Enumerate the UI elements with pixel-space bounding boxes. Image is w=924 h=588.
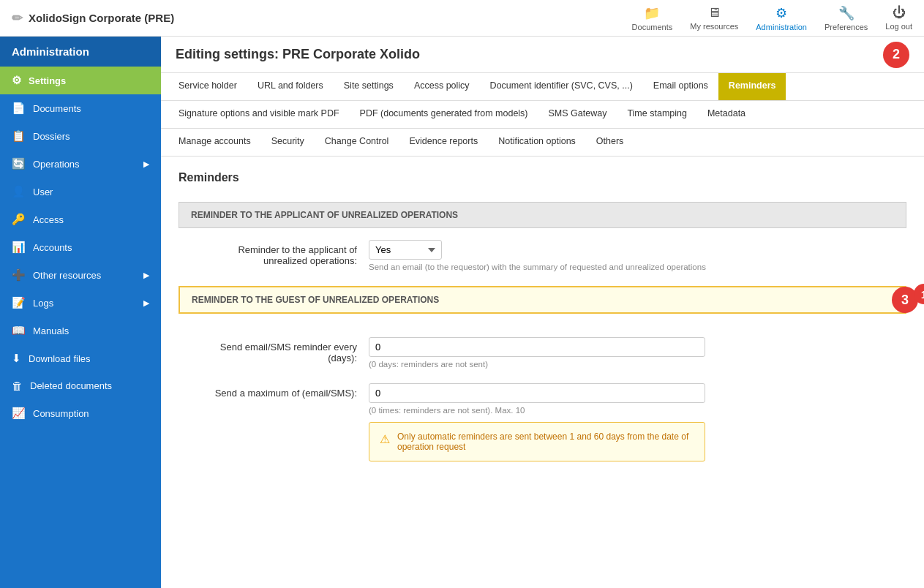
field1-select[interactable]: Yes No bbox=[369, 240, 442, 260]
settings-icon: ⚙ bbox=[12, 74, 21, 87]
field3-input[interactable] bbox=[369, 383, 705, 403]
sidebar-item-download-label: Download files bbox=[29, 353, 91, 364]
deleted-icon: 🗑 bbox=[12, 380, 23, 392]
field1-label: Reminder to the applicant of unrealized … bbox=[193, 240, 369, 266]
sidebar-item-accounts[interactable]: 📊 Accounts bbox=[0, 233, 161, 261]
tab-reminders[interactable]: Reminders bbox=[718, 73, 786, 100]
operations-icon: 🔄 bbox=[12, 157, 26, 170]
reminders-content: Reminders REMINDER TO THE APPLICANT OF U… bbox=[161, 157, 924, 491]
field2-control: (0 days: reminders are not sent) bbox=[369, 337, 906, 369]
sidebar-item-dossiers-label: Dossiers bbox=[33, 131, 70, 142]
download-icon: ⬇ bbox=[12, 352, 21, 365]
tab-metadata[interactable]: Metadata bbox=[697, 101, 756, 128]
tab-time-stamping[interactable]: Time stamping bbox=[617, 101, 697, 128]
topbar-documents[interactable]: 📁 Documents bbox=[632, 5, 673, 31]
tab-change-control[interactable]: Change Control bbox=[315, 129, 399, 156]
sidebar-item-logs[interactable]: 📝 Logs ▶ bbox=[0, 289, 161, 317]
tab-evidence-reports[interactable]: Evidence reports bbox=[399, 129, 488, 156]
main-content: Editing settings: PRE Corporate Xolido 2… bbox=[161, 37, 924, 588]
tab-site-settings[interactable]: Site settings bbox=[334, 73, 404, 100]
sidebar-item-dossiers[interactable]: 📋 Dossiers bbox=[0, 122, 161, 150]
sidebar-item-deleted-label: Deleted documents bbox=[30, 380, 112, 391]
tabs-row-2: Signature options and visible mark PDF P… bbox=[161, 101, 924, 129]
preferences-icon: 🔧 bbox=[838, 5, 854, 21]
documents-sidebar-icon: 📄 bbox=[12, 102, 26, 115]
sidebar-item-settings[interactable]: ⚙ Settings bbox=[0, 67, 161, 94]
warning-text: Only automatic reminders are sent betwee… bbox=[397, 431, 694, 452]
topbar-administration[interactable]: ⚙ Administration bbox=[756, 5, 807, 31]
field1-hint: Send an email (to the requestor) with th… bbox=[369, 263, 906, 271]
sidebar-item-settings-label: Settings bbox=[29, 75, 66, 86]
topbar-preferences-label: Preferences bbox=[825, 23, 868, 31]
logs-arrow-icon: ▶ bbox=[143, 298, 149, 308]
topbar: ✏ XolidoSign Corporate (PRE) 📁 Documents… bbox=[0, 0, 924, 37]
tab-email-options[interactable]: Email options bbox=[643, 73, 718, 100]
field2-label: Send email/SMS reminder every (days): bbox=[193, 337, 369, 363]
tab-doc-identifier[interactable]: Document identifier (SVC, CVS, ...) bbox=[480, 73, 643, 100]
tabs-row-1: Service holder URL and folders Site sett… bbox=[161, 73, 924, 101]
sidebar-item-operations[interactable]: 🔄 Operations ▶ bbox=[0, 150, 161, 178]
tab-url-folders[interactable]: URL and folders bbox=[247, 73, 334, 100]
sidebar-item-accounts-label: Accounts bbox=[33, 242, 72, 253]
topbar-preferences[interactable]: 🔧 Preferences bbox=[825, 5, 868, 31]
app-logo: ✏ XolidoSign Corporate (PRE) bbox=[12, 10, 632, 26]
sidebar-item-other-resources[interactable]: ➕ Other resources ▶ bbox=[0, 261, 161, 289]
topbar-documents-label: Documents bbox=[632, 23, 673, 31]
field3-hint: (0 times: reminders are not sent). Max. … bbox=[369, 406, 906, 415]
tab-manage-accounts[interactable]: Manage accounts bbox=[168, 129, 261, 156]
sidebar-header: Administration 1 bbox=[0, 37, 161, 67]
sidebar-item-consumption[interactable]: 📈 Consumption bbox=[0, 399, 161, 427]
section1-header-text: REMINDER TO THE APPLICANT OF UNREALIZED … bbox=[191, 210, 458, 220]
sidebar-item-download-files[interactable]: ⬇ Download files bbox=[0, 344, 161, 372]
tab-pdf-models[interactable]: PDF (documents generated from models) bbox=[350, 101, 538, 128]
tab-sms-gateway[interactable]: SMS Gateway bbox=[538, 101, 617, 128]
tab-access-policy[interactable]: Access policy bbox=[404, 73, 480, 100]
field1-row: Reminder to the applicant of unrealized … bbox=[179, 240, 906, 271]
admin-icon: ⚙ bbox=[775, 5, 787, 21]
section-title: Reminders bbox=[179, 171, 906, 184]
user-icon: 👤 bbox=[12, 185, 26, 198]
sidebar-title: Administration bbox=[12, 45, 89, 58]
badge-2: 2 bbox=[883, 42, 909, 68]
tab-service-holder[interactable]: Service holder bbox=[168, 73, 247, 100]
my-resources-icon: 🖥 bbox=[707, 5, 721, 20]
topbar-my-resources-label: My resources bbox=[690, 22, 738, 31]
field2-hint: (0 days: reminders are not sent) bbox=[369, 360, 906, 369]
topbar-logout[interactable]: ⏻ Log out bbox=[885, 5, 912, 31]
warning-box: ⚠ Only automatic reminders are sent betw… bbox=[369, 422, 705, 461]
topbar-logout-label: Log out bbox=[885, 22, 912, 31]
field3-row: Send a maximum of (email/SMS): (0 times:… bbox=[179, 383, 906, 461]
tabs-row-3: Manage accounts Security Change Control … bbox=[161, 129, 924, 157]
field3-label: Send a maximum of (email/SMS): bbox=[193, 383, 369, 399]
tab-security[interactable]: Security bbox=[261, 129, 315, 156]
topbar-my-resources[interactable]: 🖥 My resources bbox=[690, 5, 738, 31]
topbar-actions: 📁 Documents 🖥 My resources ⚙ Administrat… bbox=[632, 5, 912, 31]
field1-control: Yes No Send an email (to the requestor) … bbox=[369, 240, 906, 271]
sidebar-item-access[interactable]: 🔑 Access bbox=[0, 206, 161, 233]
app-name: XolidoSign Corporate (PRE) bbox=[29, 12, 174, 24]
pencil-icon: ✏ bbox=[12, 10, 23, 26]
manuals-icon: 📖 bbox=[12, 324, 26, 337]
section1-header: REMINDER TO THE APPLICANT OF UNREALIZED … bbox=[179, 202, 906, 228]
sidebar: Administration 1 ⚙ Settings 📄 Documents … bbox=[0, 37, 161, 588]
tab-others[interactable]: Others bbox=[586, 129, 634, 156]
tab-notification-options[interactable]: Notification options bbox=[488, 129, 586, 156]
field2-input[interactable] bbox=[369, 337, 705, 357]
other-resources-arrow-icon: ▶ bbox=[143, 271, 149, 280]
page-header: Editing settings: PRE Corporate Xolido 2 bbox=[161, 37, 924, 73]
other-resources-icon: ➕ bbox=[12, 268, 26, 282]
tab-sig-options[interactable]: Signature options and visible mark PDF bbox=[168, 101, 350, 128]
sidebar-item-manuals[interactable]: 📖 Manuals bbox=[0, 317, 161, 344]
sidebar-item-deleted-documents[interactable]: 🗑 Deleted documents bbox=[0, 372, 161, 399]
documents-icon: 📁 bbox=[644, 5, 660, 21]
sidebar-item-other-resources-label: Other resources bbox=[33, 270, 101, 281]
sidebar-item-documents[interactable]: 📄 Documents bbox=[0, 94, 161, 122]
section2-header: REMINDER TO THE GUEST OF UNREALIZED OPER… bbox=[179, 286, 906, 314]
sidebar-item-consumption-label: Consumption bbox=[33, 408, 89, 419]
sidebar-item-user[interactable]: 👤 User bbox=[0, 178, 161, 206]
sidebar-item-user-label: User bbox=[33, 186, 53, 197]
sidebar-item-operations-label: Operations bbox=[33, 159, 80, 170]
accounts-icon: 📊 bbox=[12, 241, 26, 254]
dossiers-icon: 📋 bbox=[12, 129, 26, 143]
section2-container: REMINDER TO THE GUEST OF UNREALIZED OPER… bbox=[179, 286, 906, 325]
